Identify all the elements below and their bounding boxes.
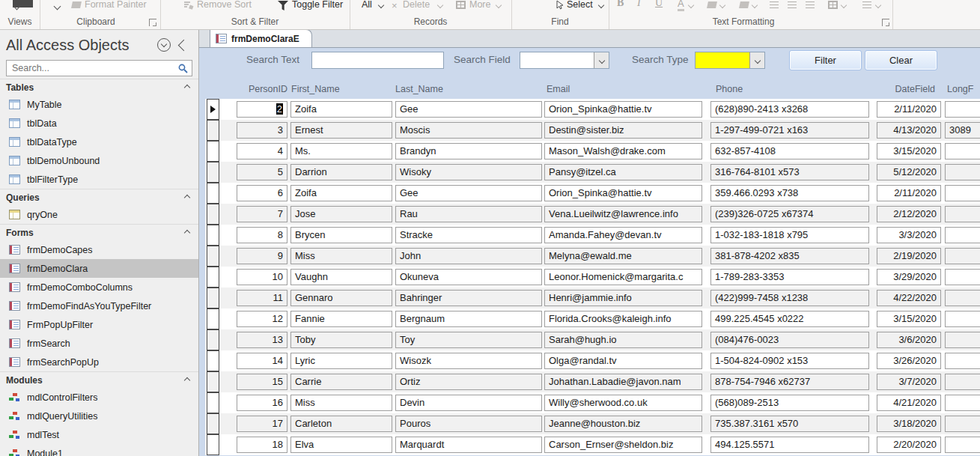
cell-phone[interactable]: 499.225.4545 x0222	[710, 311, 869, 327]
nav-item-mdlTest[interactable]: mdlTest	[0, 425, 198, 444]
cell-first-name[interactable]: Ernest	[290, 122, 392, 139]
nav-item-frmDemoFindAsYouTypeFilter[interactable]: frmDemoFindAsYouTypeFilter	[0, 297, 198, 315]
cell-email[interactable]: Olga@randal.tv	[544, 353, 702, 369]
nav-item-FrmPopUpFilter[interactable]: FrmPopUpFilter	[0, 315, 198, 334]
record-selector[interactable]	[207, 141, 219, 162]
nav-item-tblDataType[interactable]: tblDataType	[0, 133, 198, 151]
cell-personid[interactable]: 13	[237, 332, 287, 348]
cell-email[interactable]: Leonor.Homenick@margarita.c	[544, 269, 702, 285]
record-selector[interactable]	[207, 392, 219, 413]
clipboard-dialog-launcher-icon[interactable]	[149, 19, 156, 26]
cell-last-name[interactable]: Marquardt	[395, 437, 542, 453]
shutter-bar-close-icon[interactable]	[178, 39, 190, 51]
nav-item-qryOne[interactable]: qryOne	[0, 205, 198, 224]
alternate-row-color-dropdown-icon[interactable]	[875, 2, 881, 8]
nav-item-tblFilterType[interactable]: tblFilterType	[0, 170, 198, 189]
cell-phone[interactable]: 316-764-8101 x573	[710, 164, 869, 180]
cell-personid[interactable]: 4	[237, 143, 287, 159]
remove-sort-button[interactable]: Remove Sort	[197, 0, 252, 10]
cell-last-name[interactable]: Gee	[395, 185, 542, 201]
more-button[interactable]: More	[469, 0, 490, 10]
nav-item-mdlQueryUtilities[interactable]: mdlQueryUtilities	[0, 407, 198, 425]
cell-personid[interactable]: 18	[237, 437, 287, 453]
cell-first-name[interactable]: Jose	[290, 206, 392, 222]
cell-last-name[interactable]: Okuneva	[395, 269, 542, 285]
nav-search-input[interactable]	[10, 62, 178, 74]
nav-item-frmSearchPopUp[interactable]: frmSearchPopUp	[0, 353, 198, 371]
cell-datefield[interactable]: 3/29/2020	[877, 269, 941, 285]
cell-first-name[interactable]: Zoifa	[290, 185, 392, 201]
cell-longfield[interactable]	[945, 416, 980, 432]
align-center-icon[interactable]	[788, 1, 797, 9]
record-selector[interactable]	[207, 99, 219, 120]
cell-personid[interactable]: 14	[237, 353, 287, 369]
nav-item-tblData[interactable]: tblData	[0, 114, 198, 133]
more-dropdown-icon[interactable]	[496, 2, 502, 8]
highlight-color-icon[interactable]	[707, 1, 717, 8]
filter-button[interactable]: Filter	[789, 50, 862, 70]
search-field-combo[interactable]	[520, 52, 609, 69]
cell-datefield[interactable]: 2/11/2020	[877, 185, 941, 201]
cell-email[interactable]: Orion_Spinka@hattie.tv	[544, 185, 702, 201]
select-button[interactable]: Select	[567, 0, 593, 10]
cell-datefield[interactable]: 3/15/2020	[877, 143, 941, 159]
underline-icon[interactable]: U	[655, 0, 663, 9]
align-right-icon[interactable]	[806, 1, 815, 9]
nav-section-modules[interactable]: Modules	[0, 371, 198, 388]
cell-last-name[interactable]: Brandyn	[395, 143, 542, 159]
cell-personid[interactable]: 10	[237, 269, 287, 285]
cell-last-name[interactable]: Gee	[395, 101, 542, 118]
record-selector[interactable]	[207, 308, 219, 329]
cell-last-name[interactable]: Wisoky	[395, 164, 542, 180]
cell-last-name[interactable]: Rau	[395, 206, 542, 222]
cell-personid[interactable]: 2	[237, 101, 287, 118]
cell-longfield[interactable]	[945, 269, 980, 285]
cell-datefield[interactable]: 2/20/2020	[877, 437, 941, 453]
cell-personid[interactable]: 9	[237, 248, 287, 264]
cell-datefield[interactable]: 3/3/2020	[877, 227, 941, 243]
cell-last-name[interactable]: Pouros	[395, 416, 542, 432]
cell-datefield[interactable]: 4/21/2020	[877, 395, 941, 411]
cell-datefield[interactable]: 2/19/2020	[877, 248, 941, 264]
font-color-icon[interactable]: A	[678, 0, 684, 11]
gridlines-dropdown-icon[interactable]	[841, 2, 847, 8]
cell-first-name[interactable]: Fannie	[290, 311, 392, 327]
nav-menu-icon[interactable]	[157, 38, 171, 52]
cell-first-name[interactable]: Vaughn	[290, 269, 392, 285]
delete-button[interactable]: Delete	[403, 0, 430, 10]
cell-longfield[interactable]	[945, 185, 980, 201]
cell-personid[interactable]: 16	[237, 395, 287, 411]
cell-datefield[interactable]: 2/11/2020	[877, 101, 941, 118]
cell-longfield[interactable]	[945, 395, 980, 411]
cell-email[interactable]: Carson_Ernser@sheldon.biz	[544, 437, 702, 453]
nav-item-frmDemoCapes[interactable]: frmDemoCapes	[0, 240, 198, 259]
cell-datefield[interactable]: 2/12/2020	[877, 206, 941, 222]
format-painter-button[interactable]: Format Painter	[85, 0, 147, 10]
cell-email[interactable]: Melyna@ewald.me	[544, 248, 702, 264]
cell-phone[interactable]: 381-878-4202 x835	[710, 248, 869, 264]
background-color-dropdown-icon[interactable]	[752, 2, 758, 8]
nav-section-forms[interactable]: Forms	[0, 224, 198, 240]
record-selector[interactable]	[207, 183, 219, 204]
cell-personid[interactable]: 12	[237, 311, 287, 327]
cell-email[interactable]: Henri@jammie.info	[544, 290, 702, 306]
cell-last-name[interactable]: Bahringer	[395, 290, 542, 306]
record-selector[interactable]	[207, 246, 219, 267]
record-selector[interactable]	[207, 162, 219, 183]
cell-first-name[interactable]: Miss	[290, 248, 392, 264]
cell-last-name[interactable]: Devin	[395, 395, 542, 411]
cell-longfield[interactable]: 3089	[945, 122, 980, 139]
tab-frmdemoclarae[interactable]: frmDemoClaraE	[210, 29, 312, 47]
cell-last-name[interactable]: Ortiz	[395, 374, 542, 390]
cell-email[interactable]: Jeanne@houston.biz	[544, 416, 702, 432]
nav-item-MyTable[interactable]: MyTable	[0, 95, 198, 114]
nav-section-queries[interactable]: Queries	[0, 189, 198, 205]
cell-longfield[interactable]	[945, 311, 980, 327]
record-selector[interactable]	[207, 434, 219, 455]
italic-icon[interactable]: I	[637, 0, 641, 9]
cell-personid[interactable]: 7	[237, 206, 287, 222]
nav-item-mdlControlFilters[interactable]: mdlControlFilters	[0, 388, 198, 407]
cell-first-name[interactable]: Miss	[290, 395, 392, 411]
cell-last-name[interactable]: Stracke	[395, 227, 542, 243]
paste-dropdown-icon[interactable]	[54, 3, 61, 10]
